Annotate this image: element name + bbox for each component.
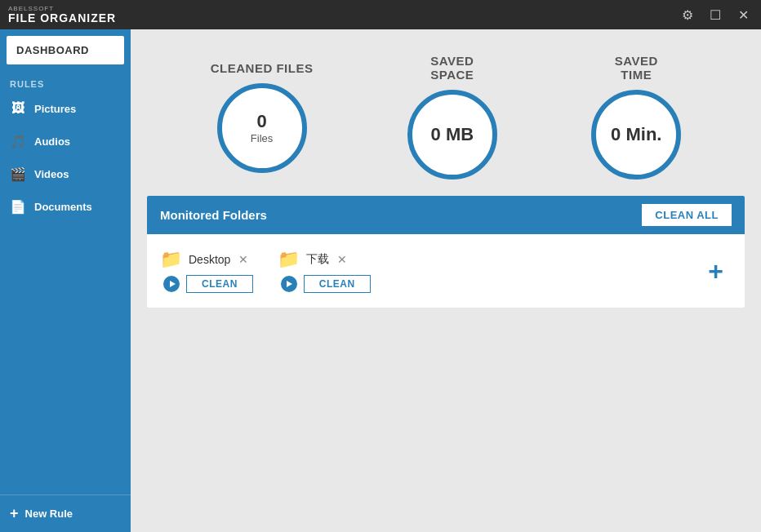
content-area: CLEANED FILES 0 Files SAVEDSPACE 0 MB SA… — [131, 29, 761, 532]
new-rule-button[interactable]: + New Rule — [0, 494, 131, 532]
clean-all-button[interactable]: CLEAN ALL — [642, 204, 732, 226]
sidebar-item-pictures[interactable]: 🖼 Pictures — [0, 92, 131, 125]
stat-cleaned-files-unit: Files — [251, 132, 273, 144]
folder-downloads-name-row: 📁 下载 ✕ — [278, 249, 371, 270]
monitored-header: Monitored Folders CLEAN ALL — [147, 196, 745, 234]
close-button[interactable]: ✕ — [733, 5, 753, 24]
folder-downloads-actions: CLEAN — [278, 275, 371, 293]
app-branding: ABELSSOFT FILE ORGANIZER — [8, 6, 116, 24]
new-rule-icon: + — [10, 505, 19, 522]
stat-saved-time-circle: 0 Min. — [591, 90, 681, 180]
folder-downloads-name: 下载 — [306, 252, 329, 267]
documents-icon: 📄 — [10, 198, 26, 215]
monitored-folders-section: Monitored Folders CLEAN ALL 📁 Desktop ✕ … — [147, 196, 745, 308]
sidebar-item-videos[interactable]: 🎬 Videos — [0, 157, 131, 190]
folder-desktop-play-button[interactable] — [163, 276, 180, 292]
folder-desktop-actions: CLEAN — [160, 275, 253, 293]
folder-downloads-close[interactable]: ✕ — [337, 254, 347, 265]
folder-item-downloads: 📁 下载 ✕ CLEAN — [278, 249, 371, 293]
sidebar: DASHBOARD RULES 🖼 Pictures 🎵 Audios 🎬 Vi… — [0, 29, 131, 532]
sidebar-item-audios[interactable]: 🎵 Audios — [0, 125, 131, 157]
settings-button[interactable]: ⚙ — [678, 5, 697, 24]
main-layout: DASHBOARD RULES 🖼 Pictures 🎵 Audios 🎬 Vi… — [0, 29, 761, 532]
folder-desktop-close[interactable]: ✕ — [238, 254, 248, 265]
folder-desktop-name: Desktop — [189, 253, 230, 266]
dashboard-button[interactable]: DASHBOARD — [7, 36, 124, 64]
stat-saved-space: SAVEDSPACE 0 MB — [407, 54, 497, 180]
audios-icon: 🎵 — [10, 133, 26, 149]
new-rule-label: New Rule — [25, 508, 73, 520]
stat-saved-time-label: SAVEDTIME — [615, 54, 658, 82]
stat-cleaned-files: CLEANED FILES 0 Files — [211, 61, 314, 173]
sidebar-item-pictures-label: Pictures — [34, 103, 76, 115]
folders-list: 📁 Desktop ✕ CLEAN 📁 下载 ✕ — [147, 234, 745, 308]
minimize-button[interactable]: ☐ — [705, 5, 725, 24]
sidebar-item-documents[interactable]: 📄 Documents — [0, 190, 131, 223]
rules-section-label: RULES — [0, 71, 131, 92]
videos-icon: 🎬 — [10, 166, 26, 182]
app-logo: ABELSSOFT FILE ORGANIZER — [8, 6, 116, 24]
stats-row: CLEANED FILES 0 Files SAVEDSPACE 0 MB SA… — [147, 46, 745, 196]
sidebar-item-audios-label: Audios — [34, 135, 70, 148]
stat-saved-space-value: 0 MB — [431, 124, 474, 145]
stat-saved-space-label: SAVEDSPACE — [430, 54, 474, 82]
folder-downloads-play-button[interactable] — [281, 276, 297, 292]
monitored-title: Monitored Folders — [160, 208, 267, 222]
stat-saved-time-value: 0 Min. — [611, 124, 661, 145]
stat-cleaned-files-label: CLEANED FILES — [211, 61, 314, 75]
stat-saved-space-circle: 0 MB — [407, 90, 497, 180]
folder-downloads-clean-button[interactable]: CLEAN — [304, 275, 371, 293]
sidebar-item-documents-label: Documents — [34, 201, 92, 213]
folder-downloads-icon: 📁 — [278, 249, 300, 270]
folder-desktop-clean-button[interactable]: CLEAN — [186, 275, 253, 293]
stat-saved-time: SAVEDTIME 0 Min. — [591, 54, 681, 180]
stat-cleaned-files-value: 0 — [256, 111, 266, 132]
stat-cleaned-files-circle: 0 Files — [217, 83, 307, 173]
brand-large: FILE ORGANIZER — [8, 12, 116, 24]
window-controls: ⚙ ☐ ✕ — [678, 5, 753, 24]
sidebar-item-videos-label: Videos — [34, 168, 69, 180]
pictures-icon: 🖼 — [10, 100, 26, 117]
folder-desktop-name-row: 📁 Desktop ✕ — [160, 249, 253, 270]
folder-item-desktop: 📁 Desktop ✕ CLEAN — [160, 249, 253, 293]
add-folder-button[interactable]: + — [700, 258, 732, 284]
title-bar: ABELSSOFT FILE ORGANIZER ⚙ ☐ ✕ — [0, 0, 761, 29]
folder-desktop-icon: 📁 — [160, 249, 182, 270]
